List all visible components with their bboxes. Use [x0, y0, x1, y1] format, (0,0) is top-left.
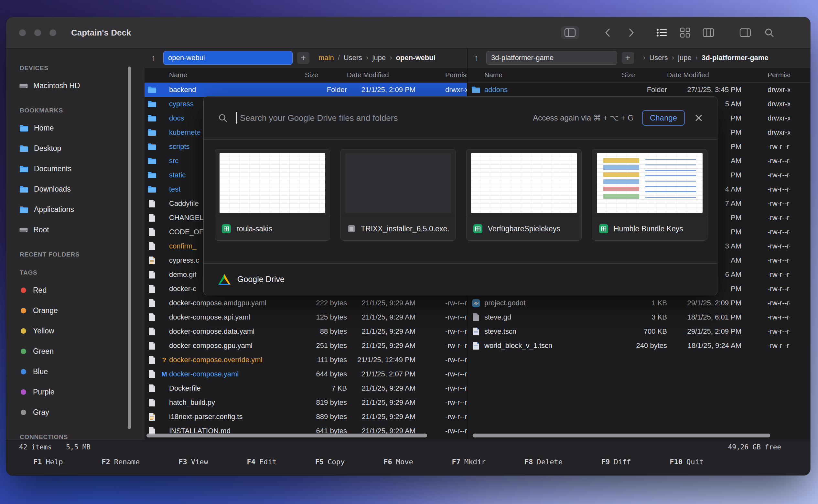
fn-key-label: F8 [524, 458, 533, 466]
file-row-i18next-parser-config-ts[interactable]: i18next-parser.config.ts889 bytes21/1/25… [144, 410, 467, 424]
file-permissions: -rw-r--r-- [768, 313, 790, 321]
path-field[interactable] [486, 51, 617, 65]
drive-file-card-trixx-installer-6-5-0-exe[interactable]: TRIXX_installer_6.5.0.exe... [341, 149, 456, 241]
sidebar-item-label: Gray [33, 408, 49, 417]
sidebar-item-purple[interactable]: Purple [18, 382, 144, 402]
close-window-button[interactable] [19, 29, 26, 36]
sidebar-item-yellow[interactable]: Yellow [18, 321, 144, 341]
file-icon [144, 355, 159, 364]
tag-color-dot [21, 410, 26, 415]
file-name: docker-compose.api.yaml [169, 313, 305, 321]
minimize-window-button[interactable] [34, 29, 41, 36]
card-thumbnail [592, 149, 707, 217]
breadcrumb: ›Users›jupe›3d-platformer-game [643, 54, 769, 62]
forward-icon[interactable] [624, 26, 639, 39]
sidebar-item-desktop[interactable]: Desktop [18, 138, 144, 159]
drive-file-card-humble-bundle-keys[interactable]: Humble Bundle Keys [592, 149, 708, 241]
fn-f8[interactable]: F8Delete [524, 458, 562, 466]
breadcrumb-item[interactable]: 3d-platformer-game [702, 54, 769, 62]
change-shortcut-button[interactable]: Change [642, 110, 685, 126]
git-status: ? [159, 356, 169, 364]
sidebar-item-downloads[interactable]: Downloads [18, 179, 144, 199]
sidebar-item-red[interactable]: Red [18, 280, 144, 300]
grid-view-icon[interactable] [678, 26, 692, 39]
file-row-docker-compose-amdgpu-yaml[interactable]: docker-compose.amdgpu.yaml222 bytes21/1/… [144, 296, 467, 310]
drive-file-card-verf-gbarespielekeys[interactable]: VerfügbareSpielekeys [466, 149, 582, 241]
column-header[interactable]: Size [622, 71, 667, 79]
new-tab-button[interactable]: + [622, 52, 634, 64]
sidebar-item-blue[interactable]: Blue [18, 362, 144, 382]
search-icon[interactable] [762, 26, 776, 39]
sidebar-item-documents[interactable]: Documents [18, 159, 144, 179]
breadcrumb-item[interactable]: open-webui [396, 54, 435, 62]
path-field[interactable] [163, 51, 293, 65]
fn-f4[interactable]: F4Edit [247, 458, 276, 466]
fn-f3[interactable]: F3View [178, 458, 208, 466]
column-header[interactable]: Permissions [445, 71, 467, 79]
file-row-steve-gd[interactable]: steve.gd3 KB18/1/25, 6:01 PM-rw-r--r-- [467, 310, 810, 324]
file-row-docker-compose-api-yaml[interactable]: docker-compose.api.yaml125 bytes21/1/25,… [144, 310, 467, 324]
fn-command-label: Move [396, 458, 413, 466]
file-row-docker-compose-gpu-yaml[interactable]: docker-compose.gpu.yaml251 bytes21/1/25,… [144, 339, 467, 353]
column-header[interactable]: Date Modified [347, 71, 415, 79]
file-icon [467, 313, 484, 322]
breadcrumb-item[interactable]: jupe [678, 54, 692, 62]
toggle-preview-panel-icon[interactable] [738, 26, 752, 39]
google-drive-logo-icon [218, 274, 231, 285]
toggle-sidebar-icon[interactable] [561, 26, 579, 39]
fn-f5[interactable]: F5Copy [315, 458, 345, 466]
back-icon[interactable] [600, 26, 615, 39]
column-header[interactable]: Permissions [768, 71, 790, 79]
horizontal-scrollbar[interactable] [473, 434, 770, 437]
sidebar-section-recent-folders: RECENT FOLDERS [18, 251, 144, 258]
horizontal-scrollbar[interactable] [146, 434, 427, 437]
sidebar-item-applications[interactable]: Applications [18, 199, 144, 220]
sidebar-item-macintosh-hd[interactable]: Macintosh HD [18, 76, 144, 96]
columns-view-icon[interactable] [701, 26, 716, 39]
fn-f9[interactable]: F9Diff [601, 458, 631, 466]
drive-search-input[interactable] [239, 113, 533, 123]
parent-directory-button[interactable]: ↑ [148, 53, 159, 63]
fn-f10[interactable]: F10Quit [670, 458, 704, 466]
breadcrumb-item[interactable]: jupe [372, 54, 386, 62]
fn-f2[interactable]: F2Rename [101, 458, 140, 466]
file-row-docker-compose-override-yml[interactable]: ?docker-compose.override.yml111 bytes21/… [144, 353, 467, 367]
zoom-window-button[interactable] [49, 29, 56, 36]
file-row-docker-compose-yaml[interactable]: Mdocker-compose.yaml644 bytes21/1/25, 2:… [144, 367, 467, 381]
file-row-addons[interactable]: addonsFolder27/1/25, 3:45 PMdrwxr-xr-x [467, 83, 810, 97]
sidebar-item-green[interactable]: Green [18, 341, 144, 362]
file-row-docker-compose-data-yaml[interactable]: docker-compose.data.yaml88 bytes21/1/25,… [144, 324, 467, 339]
file-row-world-block-v-1-tscn[interactable]: world_block_v_1.tscn240 bytes18/1/25, 9:… [467, 339, 810, 353]
column-header[interactable]: Date Modified [667, 71, 741, 79]
list-view-icon[interactable] [655, 26, 669, 39]
file-row-backend[interactable]: backendFolder21/1/25, 2:09 PMdrwxr-xr-x [144, 83, 467, 97]
new-tab-button[interactable]: + [297, 52, 309, 64]
file-row-hatch-build-py[interactable]: hatch_build.py819 bytes21/1/25, 9:29 AM-… [144, 395, 467, 410]
file-date: 21/1/25, 12:49 PM [347, 356, 415, 364]
drive-file-card-roula-sakis[interactable]: roula-sakis [215, 149, 330, 241]
file-row-dockerfile[interactable]: Dockerfile7 KB21/1/25, 9:29 AM-rw-r--r-- [144, 381, 467, 395]
column-header[interactable]: Name [484, 71, 622, 79]
fn-f7[interactable]: F7Mkdir [452, 458, 486, 466]
file-row-project-godot[interactable]: project.godot1 KB29/1/25, 2:09 PM-rw-r--… [467, 296, 810, 310]
column-header[interactable]: Name [169, 71, 305, 79]
breadcrumb-item[interactable]: Users [344, 54, 362, 62]
breadcrumb-item[interactable]: main [319, 54, 334, 62]
drive-results: roula-sakisTRIXX_installer_6.5.0.exe...V… [204, 140, 717, 241]
breadcrumb-item[interactable]: Users [649, 54, 668, 62]
close-icon[interactable] [695, 114, 703, 122]
shortcut-hint: Access again via ⌘ + ⌥ + G [533, 113, 634, 122]
file-row-steve-tscn[interactable]: steve.tscn700 KB29/1/25, 2:09 PM-rw-r--r… [467, 324, 810, 339]
file-name: hatch_build.py [169, 398, 305, 407]
parent-directory-button[interactable]: ↑ [471, 53, 482, 63]
sidebar-item-home[interactable]: Home [18, 118, 144, 138]
sidebar-item-orange[interactable]: Orange [18, 300, 144, 321]
fn-key-label: F9 [601, 458, 610, 466]
card-thumbnail [215, 149, 330, 217]
sidebar-item-gray[interactable]: Gray [18, 402, 144, 423]
sidebar-item-root[interactable]: Root [18, 220, 144, 240]
column-header[interactable]: Size [305, 71, 347, 79]
fn-f1[interactable]: F1Help [33, 458, 63, 466]
sidebar-scrollbar[interactable] [128, 67, 131, 429]
fn-f6[interactable]: F6Move [383, 458, 413, 466]
